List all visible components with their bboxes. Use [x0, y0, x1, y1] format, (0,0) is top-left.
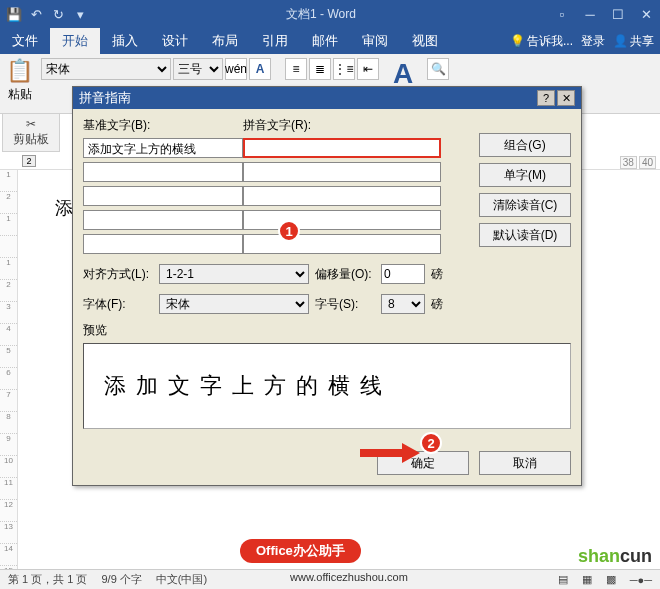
- watermark-url: www.officezhushou.com: [290, 571, 408, 583]
- status-language[interactable]: 中文(中国): [156, 572, 207, 587]
- vertical-ruler[interactable]: 1211234567891011121314151617: [0, 170, 18, 569]
- clipboard-group: 📋 粘贴: [6, 58, 33, 103]
- maximize-icon[interactable]: ☐: [604, 2, 632, 26]
- phonetic-guide-dialog: 拼音指南 ? ✕ 基准文字(B): 拼音文字(R): 添加文字上方的横线 组合(…: [72, 86, 582, 486]
- quick-access-toolbar: 💾 ↶ ↻ ▾: [0, 4, 94, 24]
- multilevel-icon[interactable]: ⋮≡: [333, 58, 355, 80]
- dialog-title: 拼音指南: [79, 89, 131, 107]
- dialog-titlebar[interactable]: 拼音指南 ? ✕: [73, 87, 581, 109]
- base-text-cell-1[interactable]: 添加文字上方的横线: [83, 138, 243, 158]
- cancel-button[interactable]: 取消: [479, 451, 571, 475]
- tab-selector[interactable]: 2: [22, 155, 36, 167]
- size-select[interactable]: 8: [381, 294, 425, 314]
- alignment-label: 对齐方式(L):: [83, 266, 153, 283]
- clear-reading-button[interactable]: 清除读音(C): [479, 193, 571, 217]
- base-text-cell-5[interactable]: [83, 234, 243, 254]
- alignment-select[interactable]: 1-2-1: [159, 264, 309, 284]
- single-button[interactable]: 单字(M): [479, 163, 571, 187]
- undo-icon[interactable]: ↶: [26, 4, 46, 24]
- ruby-text-cell-2[interactable]: [243, 162, 441, 182]
- base-text-label: 基准文字(B):: [83, 117, 243, 134]
- font-select[interactable]: 宋体: [159, 294, 309, 314]
- size-unit: 磅: [431, 296, 443, 313]
- preview-text: 添加文字上方的横线: [104, 371, 392, 401]
- tab-design[interactable]: 设计: [150, 28, 200, 54]
- watermark-badge: Office办公助手: [240, 539, 361, 563]
- paste-label: 粘贴: [8, 86, 32, 103]
- view-web-icon[interactable]: ▩: [606, 573, 616, 586]
- base-text-cell-3[interactable]: [83, 186, 243, 206]
- clipboard-label: ✂ 剪贴板: [2, 114, 60, 152]
- offset-input[interactable]: [381, 264, 425, 284]
- zoom-slider[interactable]: ─●─: [630, 574, 652, 586]
- char-border-icon[interactable]: A: [249, 58, 271, 80]
- tab-file[interactable]: 文件: [0, 28, 50, 54]
- share-button[interactable]: 👤共享: [613, 33, 654, 50]
- save-icon[interactable]: 💾: [4, 4, 24, 24]
- minimize-icon[interactable]: ─: [576, 2, 604, 26]
- ruby-text-cell-1[interactable]: [243, 138, 441, 158]
- window-titlebar: 💾 ↶ ↻ ▾ 文档1 - Word ▫ ─ ☐ ✕: [0, 0, 660, 28]
- ruby-text-cell-3[interactable]: [243, 186, 441, 206]
- watermark-logo: shancun: [578, 546, 652, 567]
- preview-label: 预览: [83, 322, 571, 339]
- paste-icon[interactable]: 📋: [6, 58, 33, 84]
- status-words[interactable]: 9/9 个字: [101, 572, 141, 587]
- window-title: 文档1 - Word: [94, 6, 548, 23]
- dialog-help-icon[interactable]: ?: [537, 90, 555, 106]
- ruby-text-cell-5[interactable]: [243, 234, 441, 254]
- offset-unit: 磅: [431, 266, 443, 283]
- ruby-text-cell-4[interactable]: [243, 210, 441, 230]
- numbering-icon[interactable]: ≣: [309, 58, 331, 80]
- bullets-icon[interactable]: ≡: [285, 58, 307, 80]
- view-read-icon[interactable]: ▤: [558, 573, 568, 586]
- close-icon[interactable]: ✕: [632, 2, 660, 26]
- tell-me[interactable]: 💡告诉我...: [510, 33, 573, 50]
- ribbon-tabs: 文件 开始 插入 设计 布局 引用 邮件 审阅 视图 💡告诉我... 登录 👤共…: [0, 28, 660, 54]
- base-text-cell-4[interactable]: [83, 210, 243, 230]
- ruler-right-marks: 38 40: [620, 156, 656, 169]
- preview-box: 添加文字上方的横线: [83, 343, 571, 429]
- tab-references[interactable]: 引用: [250, 28, 300, 54]
- cut-icon[interactable]: ✂: [26, 117, 36, 131]
- offset-label: 偏移量(O):: [315, 266, 375, 283]
- annotation-arrow: [360, 445, 420, 461]
- document-text[interactable]: 添: [55, 196, 73, 220]
- base-text-cell-2[interactable]: [83, 162, 243, 182]
- tab-layout[interactable]: 布局: [200, 28, 250, 54]
- tab-review[interactable]: 审阅: [350, 28, 400, 54]
- tab-mailings[interactable]: 邮件: [300, 28, 350, 54]
- annotation-badge-1: 1: [278, 220, 300, 242]
- view-print-icon[interactable]: ▦: [582, 573, 592, 586]
- ruby-text-label: 拼音文字(R):: [243, 117, 311, 134]
- tab-insert[interactable]: 插入: [100, 28, 150, 54]
- tab-home[interactable]: 开始: [50, 28, 100, 54]
- redo-icon[interactable]: ↻: [48, 4, 68, 24]
- group-button[interactable]: 组合(G): [479, 133, 571, 157]
- qat-more-icon[interactable]: ▾: [70, 4, 90, 24]
- font-label: 字体(F):: [83, 296, 153, 313]
- font-name-select[interactable]: 宋体: [41, 58, 171, 80]
- size-label: 字号(S):: [315, 296, 375, 313]
- default-reading-button[interactable]: 默认读音(D): [479, 223, 571, 247]
- login-link[interactable]: 登录: [581, 33, 605, 50]
- phonetic-guide-icon[interactable]: wén: [225, 58, 247, 80]
- indent-icon[interactable]: ⇤: [357, 58, 379, 80]
- find-icon[interactable]: 🔍: [427, 58, 449, 80]
- ribbon-options-icon[interactable]: ▫: [548, 2, 576, 26]
- status-page[interactable]: 第 1 页，共 1 页: [8, 572, 87, 587]
- annotation-badge-2: 2: [420, 432, 442, 454]
- font-size-select[interactable]: 三号: [173, 58, 223, 80]
- dialog-close-icon[interactable]: ✕: [557, 90, 575, 106]
- tab-view[interactable]: 视图: [400, 28, 450, 54]
